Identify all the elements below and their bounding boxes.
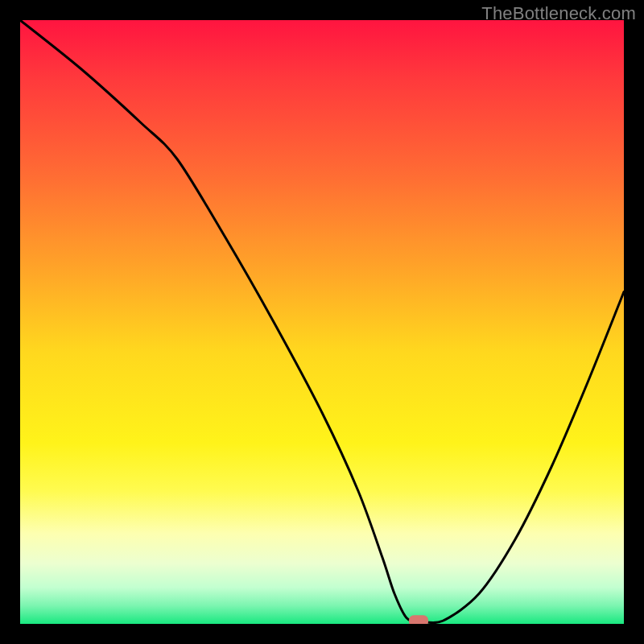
watermark-text: TheBottleneck.com xyxy=(481,3,636,24)
plot-area xyxy=(20,20,624,624)
optimal-point-marker xyxy=(409,615,428,624)
chart-frame: TheBottleneck.com xyxy=(0,0,644,644)
bottleneck-curve-chart xyxy=(20,20,624,624)
chart-background-gradient xyxy=(20,20,624,624)
